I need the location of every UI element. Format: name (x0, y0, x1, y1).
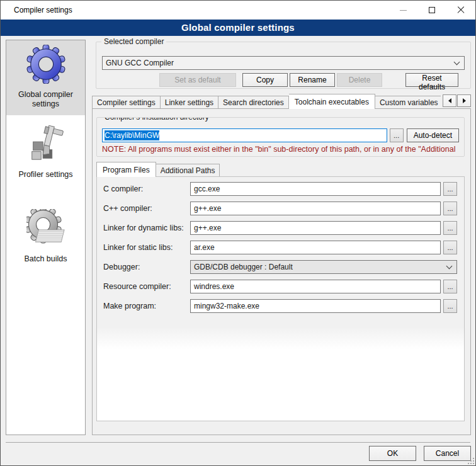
browse-button[interactable]: ... (443, 299, 457, 313)
selected-compiler-group: Selected compiler GNU GCC Compiler Set a… (96, 42, 471, 89)
arrow-right-icon (463, 98, 468, 103)
sidebar-item-label: Profiler settings (18, 170, 72, 179)
tab-search-directories[interactable]: Search directories (218, 96, 289, 109)
gear-blue-icon (26, 45, 65, 84)
tab-strip: Compiler settingsLinker settingsSearch d… (92, 94, 441, 109)
field-value: mingw32-make.exe (194, 302, 259, 310)
install-dir-group-label: Compiler's installation directory (102, 117, 212, 122)
main-panel: Selected compiler GNU GCC Compiler Set a… (92, 36, 471, 435)
compiler-buttons-row: Set as defaultCopyRenameDeleteReset defa… (102, 73, 458, 87)
field-value: windres.exe (194, 282, 234, 291)
close-icon (457, 6, 465, 14)
settings-tabs: Compiler settingsLinker settingsSearch d… (92, 94, 471, 109)
field-input-linkerfordynamiclibs[interactable]: g++.exe (190, 221, 441, 235)
field-input-ccompiler[interactable]: g++.exe (190, 202, 441, 215)
field-input-ccompiler[interactable]: gcc.exe (190, 182, 441, 196)
chevron-down-icon (446, 263, 453, 269)
maximize-icon (429, 7, 435, 13)
subtab-program-files[interactable]: Program Files (96, 162, 156, 177)
field-input-makeprogram[interactable]: mingw32-make.exe (190, 299, 441, 313)
program-files-tabs: Program FilesAdditional Paths (96, 162, 465, 177)
field-row: Resource compiler:windres.exe... (103, 280, 457, 293)
window-controls (388, 1, 475, 20)
dialog-body: Global compiler settings Profiler settin… (1, 36, 475, 465)
field-value: ar.exe (194, 243, 215, 252)
field-row: Linker for dynamic libs:g++.exe... (103, 221, 457, 235)
sidebar-item-label: Global compiler settings (8, 90, 84, 109)
tab-scroll-arrows (442, 94, 471, 107)
field-row: Linker for static libs:ar.exe... (103, 241, 457, 254)
tab-custom-variables[interactable]: Custom variables (375, 96, 441, 109)
sidebar-item-label: Batch builds (24, 254, 67, 264)
field-input-linkerforstaticlibs[interactable]: ar.exe (190, 241, 441, 254)
install-dir-row: C:\raylib\MinGW ... Auto-detect (102, 128, 459, 142)
tab-scroll-left-button[interactable] (443, 94, 456, 107)
maximize-button[interactable] (417, 1, 446, 20)
field-label: Linker for dynamic libs: (103, 224, 190, 232)
tab-toolchain-executables[interactable]: Toolchain executables (289, 94, 375, 109)
caliper-icon (26, 125, 65, 164)
copy-button[interactable]: Copy (242, 73, 288, 87)
tab-scroll-right-button[interactable] (457, 94, 471, 107)
install-dir-selected-text: C:\raylib\MinGW (105, 130, 159, 140)
window-title: Compiler settings (14, 6, 72, 14)
reset-defaults-button[interactable]: Reset defaults (405, 73, 458, 87)
debugger-select[interactable]: GDB/CDB debugger : Default (190, 260, 457, 274)
sidebar-item-global-compiler-settings[interactable]: Global compiler settings (6, 40, 85, 115)
set-as-default-button[interactable]: Set as default (159, 73, 236, 87)
install-dir-note: NOTE: All programs must exist either in … (102, 145, 459, 154)
field-row: C compiler:gcc.exe... (103, 182, 457, 196)
field-label: Debugger: (103, 263, 190, 271)
field-row: C++ compiler:g++.exe... (103, 202, 457, 215)
field-label: Linker for static libs: (103, 243, 190, 252)
subtab-additional-paths[interactable]: Additional Paths (156, 164, 220, 177)
browse-button[interactable]: ... (443, 241, 457, 254)
ok-button[interactable]: OK (369, 446, 416, 461)
install-dir-group: Compiler's installation directory C:\ray… (96, 117, 465, 157)
compiler-select[interactable]: GNU GCC Compiler (102, 56, 465, 70)
arrow-left-icon (446, 98, 451, 103)
browse-button[interactable]: ... (443, 280, 457, 293)
resize-grip[interactable] (467, 457, 474, 464)
sidebar-item-batch-builds[interactable]: Batch builds (6, 205, 85, 270)
auto-detect-button[interactable]: Auto-detect (407, 128, 459, 142)
field-label: Resource compiler: (103, 282, 190, 291)
field-label: C compiler: (103, 185, 190, 193)
field-value: g++.exe (194, 224, 221, 232)
sidebar: Global compiler settings Profiler settin… (6, 40, 86, 435)
compiler-settings-dialog: Compiler settings Global compiler settin… (0, 0, 476, 466)
minimize-button[interactable] (388, 1, 417, 20)
selected-compiler-group-label: Selected compiler (101, 37, 166, 46)
program-files-page: C compiler:gcc.exe...C++ compiler:g++.ex… (96, 176, 465, 421)
footer-buttons: OK Cancel (369, 446, 471, 461)
footer-separator (6, 442, 470, 443)
tab-compiler-settings[interactable]: Compiler settings (92, 96, 161, 109)
tab-linker-settings[interactable]: Linker settings (161, 96, 218, 109)
field-label: C++ compiler: (103, 204, 190, 213)
rename-button[interactable]: Rename (290, 73, 335, 87)
gear-stack-icon (26, 209, 65, 248)
minimize-icon (400, 10, 407, 11)
page-title: Global compiler settings (1, 20, 475, 36)
toolchain-executables-page: Compiler's installation directory C:\ray… (92, 108, 471, 435)
field-row: Debugger:GDB/CDB debugger : Default (103, 260, 457, 274)
close-button[interactable] (446, 1, 475, 20)
sidebar-item-profiler-settings[interactable]: Profiler settings (6, 120, 85, 186)
compiler-select-value: GNU GCC Compiler (106, 59, 455, 67)
debugger-select-value: GDB/CDB debugger : Default (194, 263, 447, 271)
field-row: Make program:mingw32-make.exe... (103, 299, 457, 313)
browse-button[interactable]: ... (443, 182, 457, 196)
field-value: g++.exe (194, 204, 221, 213)
install-dir-browse-button[interactable]: ... (390, 128, 404, 142)
cancel-button[interactable]: Cancel (424, 446, 471, 461)
chevron-down-icon (454, 59, 460, 65)
browse-button[interactable]: ... (443, 202, 457, 215)
delete-button[interactable]: Delete (337, 73, 382, 87)
field-input-resourcecompiler[interactable]: windres.exe (190, 280, 441, 293)
install-dir-input[interactable]: C:\raylib\MinGW (102, 128, 387, 142)
field-label: Make program: (103, 302, 190, 310)
browse-button[interactable]: ... (443, 221, 457, 235)
title-bar: Compiler settings (1, 1, 475, 20)
toolchain-form: C compiler:gcc.exe...C++ compiler:g++.ex… (103, 182, 457, 313)
field-value: gcc.exe (194, 185, 220, 193)
